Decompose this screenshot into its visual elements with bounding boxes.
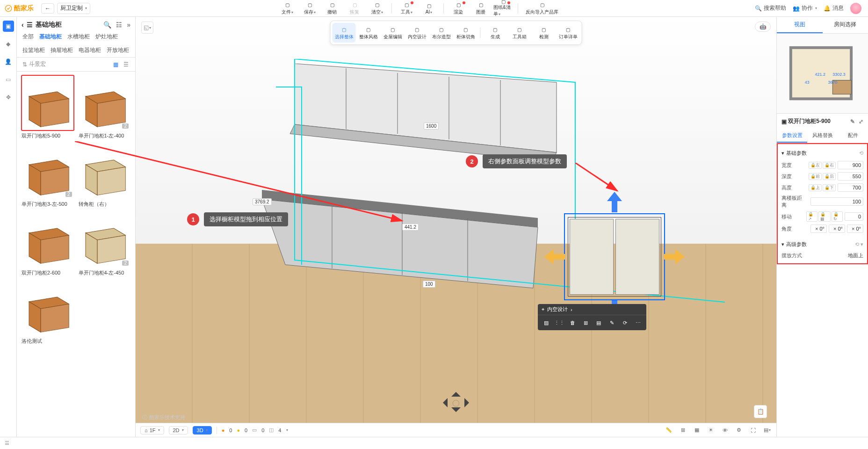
ptab-parts[interactable]: 配件 [838, 129, 868, 143]
catalog-item[interactable]: 双开门地柜2-600 [22, 212, 74, 276]
popup-array-icon[interactable]: ⋮⋮ [555, 318, 564, 327]
catalog-item[interactable]: 双开门地柜5-900 [22, 75, 74, 139]
floor-selector[interactable]: ⌂ 1F ▾ [140, 426, 164, 435]
rail-box-icon[interactable]: ▭ [3, 74, 14, 85]
catalog-item[interactable] [79, 281, 131, 344]
catalog-item[interactable]: 洛伦测试 [22, 281, 74, 344]
collapse-icon[interactable]: » [127, 21, 130, 29]
toolbar-album[interactable]: ▢图册 [471, 0, 491, 16]
toolbar-tools[interactable]: ▢工具▾ [397, 0, 416, 16]
place-value[interactable]: 地面上 [848, 252, 863, 259]
cat-tab[interactable]: 拉篮地柜 [22, 46, 45, 54]
param-input[interactable]: 900 [838, 161, 863, 169]
search-icon[interactable]: 🔍 [103, 21, 111, 29]
viewtool-style[interactable]: ▢整体风格 [357, 23, 380, 43]
cat-tab[interactable]: 全部 [22, 33, 34, 41]
ptab-params[interactable]: 参数设置 [777, 129, 807, 143]
status-settings-icon[interactable]: ⚙ [734, 426, 744, 435]
param-input[interactable]: 100 [810, 197, 863, 206]
popup-hide-icon[interactable]: ▨ [542, 318, 551, 327]
reset-icon[interactable]: ⟲ [859, 150, 863, 156]
edit-icon[interactable]: ✎ [850, 118, 855, 125]
viewport-3d[interactable]: 1600 3769.2 441.2 100 ▢选择整体▢整体风格▢全屋编辑▢内空… [136, 17, 776, 437]
popup-refresh-icon[interactable]: ⟳ [620, 318, 629, 327]
back-button[interactable]: ← [41, 3, 54, 14]
cat-tab[interactable]: 水槽地柜 [67, 33, 90, 41]
cat-tab[interactable]: 炉灶地柜 [95, 33, 118, 41]
tab-view[interactable]: 视图 [777, 17, 823, 33]
list-view-icon[interactable]: ☰ [122, 61, 130, 68]
popup-material-icon[interactable]: ✎ [607, 318, 616, 327]
toolbar-export[interactable]: ▢反向导入产品库 [523, 0, 561, 16]
viewtool-order[interactable]: ▢订单详单 [557, 23, 580, 43]
cat-tab[interactable]: 基础地柜 [39, 33, 62, 41]
popup-delete-icon[interactable]: 🗑 [568, 318, 577, 327]
view-3d-button[interactable]: 3D ▾ [193, 426, 212, 435]
catalog-item[interactable]: 2 单开门地柜3-左-500 [22, 144, 74, 207]
reset-icon-2[interactable]: ⟲ ▾ [855, 241, 863, 247]
sort-icon[interactable]: ⇅ [22, 61, 27, 68]
toolbar-render[interactable]: ▢渲染 [448, 0, 468, 16]
catalog-item[interactable]: 转角柜（右） [79, 144, 131, 207]
move-right-arrow[interactable] [664, 249, 685, 264]
viewtool-select[interactable]: ▢选择整体 [333, 23, 356, 43]
cat-tab[interactable]: 开放地柜 [107, 46, 129, 54]
rail-deco-icon[interactable]: ◆ [3, 38, 14, 50]
move-left-arrow[interactable] [544, 249, 565, 264]
grid-view-icon[interactable]: ▦ [112, 61, 119, 68]
status-layer-icon[interactable]: ▤▾ [762, 426, 772, 435]
selected-cabinet[interactable] [564, 213, 665, 300]
move-up-arrow[interactable] [607, 192, 622, 212]
nav-compass[interactable]: ◯ [438, 387, 474, 418]
minimap[interactable]: 421.2 3302.3 43 3670 [777, 34, 868, 113]
param-input[interactable]: × 0° [847, 224, 863, 233]
chevron-left-icon[interactable]: ‹ [22, 21, 24, 29]
viewtool-edit[interactable]: ▢全屋编辑 [381, 23, 405, 43]
viewtool-interior[interactable]: ▢内空设计 [405, 23, 429, 43]
filter-icon[interactable]: ☷ [116, 21, 122, 29]
param-input[interactable]: 700 [838, 183, 863, 192]
avatar[interactable] [850, 3, 861, 14]
ptab-style[interactable]: 风格替换 [807, 129, 838, 143]
rail-puzzle-icon[interactable]: ✥ [3, 92, 14, 103]
param-input[interactable]: 550 [838, 172, 863, 181]
catalog-item[interactable]: 2 单开门地柜4-左-450 [79, 212, 131, 276]
viewtool-gen[interactable]: ▢生成 [484, 23, 507, 43]
viewtool-check[interactable]: ▢检测 [532, 23, 556, 43]
toolbar-draw[interactable]: ▢图纸&清单▾ [493, 0, 513, 16]
status-eye-icon[interactable]: 👁 [720, 426, 730, 435]
tab-room-select[interactable]: 房间选择 [823, 17, 868, 33]
toolbar-undo[interactable]: ▢撤销 [322, 0, 342, 16]
status-measure-icon[interactable]: 📏 [664, 426, 673, 435]
param-input[interactable]: × 0° [829, 224, 845, 233]
status-fullscreen-icon[interactable]: ⛶ [748, 426, 758, 435]
popup-addbox-icon[interactable]: ⊞ [581, 318, 590, 327]
view-cube[interactable]: ◱▾ [141, 22, 153, 34]
messages-button[interactable]: 🔔 消息 [824, 4, 844, 12]
toolbar-redo[interactable]: ▢恢复 [345, 0, 364, 16]
rail-home-icon[interactable]: ▣ [3, 21, 14, 32]
expand-icon[interactable]: ⤢ [859, 118, 863, 125]
viewtool-toolbox[interactable]: ▢工具箱 [508, 23, 531, 43]
status-grid-icon[interactable]: ▦ [692, 426, 702, 435]
toolbar-clear[interactable]: ▢清空▾ [367, 0, 387, 16]
catalog-item[interactable]: 2 单开门地柜1-左-400 [79, 75, 131, 139]
rail-user-icon[interactable]: 👤 [3, 56, 14, 67]
param-input[interactable]: 0 [845, 212, 863, 221]
object-popup[interactable]: ⌖ 内空设计 › ▨ ⋮⋮ 🗑 ⊞ ▤ ✎ ⟳ ⋯ [538, 304, 646, 330]
taskbar-menu-icon[interactable]: ☰ [5, 440, 9, 446]
viewtool-edge[interactable]: ▢柜体切角 [454, 23, 477, 43]
ai-robot-icon[interactable]: 🤖 [755, 22, 771, 32]
status-light-icon[interactable]: ☀ [706, 426, 716, 435]
cat-tab[interactable]: 抽屉地柜 [51, 46, 73, 54]
toolbar-save[interactable]: ▢保存▾ [300, 0, 319, 16]
search-help[interactable]: 🔍 搜索帮助 [755, 4, 786, 12]
collab-button[interactable]: 👥 协作▾ [793, 4, 817, 12]
popup-layer-icon[interactable]: ▤ [594, 318, 603, 327]
cat-tab[interactable]: 电器地柜 [79, 46, 101, 54]
toolbar-file[interactable]: ▢文件▾ [277, 0, 297, 16]
view-2d-button[interactable]: 2D ▾ [169, 426, 188, 435]
param-input[interactable]: × 0° [810, 224, 827, 233]
clipboard-button[interactable]: 📋 [754, 405, 767, 418]
popup-more-icon[interactable]: ⋯ [633, 318, 643, 327]
